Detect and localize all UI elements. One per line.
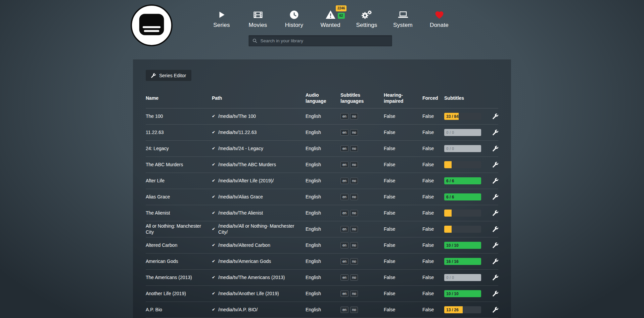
table-row: All or Nothing: Manchester City ✔ /media… <box>146 221 498 237</box>
wrench-icon <box>151 73 156 78</box>
audio-language: English <box>306 275 340 281</box>
wrench-icon[interactable] <box>493 242 498 248</box>
language-badge: no <box>350 307 358 313</box>
subtitle-language-badges: enno <box>340 113 384 120</box>
forced-value: False <box>422 210 444 216</box>
forced-value: False <box>422 130 444 136</box>
column-header-subtitles: Subtitles <box>444 95 491 101</box>
forced-value: False <box>422 194 444 200</box>
series-path: /media/tv/American Gods <box>218 259 271 265</box>
wrench-icon[interactable] <box>493 259 498 264</box>
nav-item-series[interactable]: Series <box>203 9 240 29</box>
language-badge: en <box>340 258 349 265</box>
series-name[interactable]: All or Nothing: Manchester City <box>146 223 212 235</box>
series-path: /media/tv/Another Life (2019) <box>218 291 279 297</box>
column-header-forced: Forced <box>422 95 444 101</box>
table-row: Altered Carbon ✔ /media/tv/Altered Carbo… <box>146 237 498 254</box>
wrench-icon[interactable] <box>493 210 498 216</box>
subtitles-progress: 16 / 16 <box>444 258 481 265</box>
forced-value: False <box>422 162 444 168</box>
subtitle-language-badges: enno <box>340 178 384 184</box>
table-row: 11.22.63 ✔ /media/tv/11.22.63 English en… <box>146 125 498 141</box>
nav-label: Wanted <box>320 22 340 29</box>
wrench-icon[interactable] <box>493 130 498 135</box>
language-badge: en <box>340 242 349 248</box>
wrench-icon[interactable] <box>493 307 498 313</box>
check-icon: ✔ <box>212 275 215 280</box>
series-name[interactable]: 24: Legacy <box>146 146 212 152</box>
play-icon <box>217 9 226 21</box>
wrench-icon[interactable] <box>493 194 498 200</box>
language-badge: en <box>340 307 349 313</box>
bazarr-logo[interactable] <box>130 4 173 47</box>
nav-item-movies[interactable]: Movies <box>240 9 276 29</box>
subtitles-progress: 0 / 0 <box>444 274 481 281</box>
subtitle-language-badges: enno <box>340 162 384 168</box>
subtitles-progress <box>444 226 481 233</box>
series-name[interactable]: Alias Grace <box>146 194 212 200</box>
nav-item-wanted[interactable]: 2246 62 Wanted <box>312 9 349 29</box>
subtitles-progress-fill <box>444 210 452 217</box>
audio-language: English <box>306 307 340 313</box>
column-header-subtitles-languages: Subtitles languages <box>340 92 384 104</box>
check-icon: ✔ <box>212 178 215 183</box>
hearing-impaired-value: False <box>384 130 422 136</box>
nav-item-system[interactable]: System <box>385 9 421 29</box>
series-name[interactable]: The 100 <box>146 113 212 120</box>
series-path: /media/tv/24 - Legacy <box>218 146 263 152</box>
search-input[interactable] <box>261 38 388 43</box>
bazarr-logo-icon <box>130 4 173 47</box>
hearing-impaired-value: False <box>384 178 422 184</box>
series-name[interactable]: The ABC Murders <box>146 162 212 168</box>
wrench-icon[interactable] <box>493 291 498 297</box>
series-editor-button[interactable]: Series Editor <box>146 70 191 81</box>
subtitle-language-badges: enno <box>340 194 384 200</box>
series-name[interactable]: 11.22.63 <box>146 130 212 136</box>
nav-label: Settings <box>356 22 377 29</box>
series-name[interactable]: American Gods <box>146 259 212 265</box>
laptop-icon <box>398 9 409 21</box>
forced-value: False <box>422 226 444 232</box>
subtitles-progress: 0 / 0 <box>444 129 481 136</box>
wrench-icon[interactable] <box>493 146 498 151</box>
series-path: /media/tv/Altered Carbon <box>218 242 270 248</box>
wrench-icon[interactable] <box>493 275 498 280</box>
forced-value: False <box>422 113 444 120</box>
series-name[interactable]: A.P. Bio <box>146 307 212 313</box>
hearing-impaired-value: False <box>384 162 422 168</box>
wrench-icon[interactable] <box>493 113 498 119</box>
language-badge: no <box>350 178 358 184</box>
series-path: /media/tv/The Alienist <box>218 210 263 216</box>
heart-icon <box>434 9 445 21</box>
nav-item-history[interactable]: History <box>276 9 312 29</box>
series-name[interactable]: After Life <box>146 178 212 184</box>
nav-item-settings[interactable]: Settings <box>349 9 385 29</box>
subtitles-progress-label: 6 / 6 <box>446 178 454 183</box>
audio-language: English <box>306 162 340 168</box>
wrench-icon[interactable] <box>493 162 498 168</box>
series-name[interactable]: The Americans (2013) <box>146 275 212 281</box>
nav-label: Donate <box>430 22 449 29</box>
warning-triangle-icon <box>325 9 336 21</box>
wrench-icon[interactable] <box>493 226 498 232</box>
subtitles-progress-fill <box>444 161 452 168</box>
series-name[interactable]: Altered Carbon <box>146 242 212 248</box>
subtitles-progress-label: 10 / 10 <box>446 291 459 296</box>
language-badge: no <box>350 274 358 281</box>
subtitles-progress: 10 / 10 <box>444 242 481 249</box>
nav-label: System <box>393 22 413 29</box>
subtitles-progress-label: 0 / 0 <box>446 275 454 280</box>
subtitles-progress-fill <box>444 226 452 233</box>
series-path: /media/tv/A.P. BIO/ <box>218 307 258 313</box>
gears-icon <box>360 9 373 21</box>
series-name[interactable]: The Alienist <box>146 210 212 216</box>
series-path: /media/tv/Alias Grace <box>218 194 263 200</box>
wrench-icon[interactable] <box>493 178 498 184</box>
column-header-name: Name <box>146 95 212 101</box>
forced-value: False <box>422 307 444 313</box>
hearing-impaired-value: False <box>384 259 422 265</box>
series-name[interactable]: Another Life (2019) <box>146 291 212 297</box>
clock-icon <box>289 9 299 21</box>
nav-item-donate[interactable]: Donate <box>421 9 457 29</box>
series-path: /media/tv/The Americans (2013) <box>218 275 285 281</box>
